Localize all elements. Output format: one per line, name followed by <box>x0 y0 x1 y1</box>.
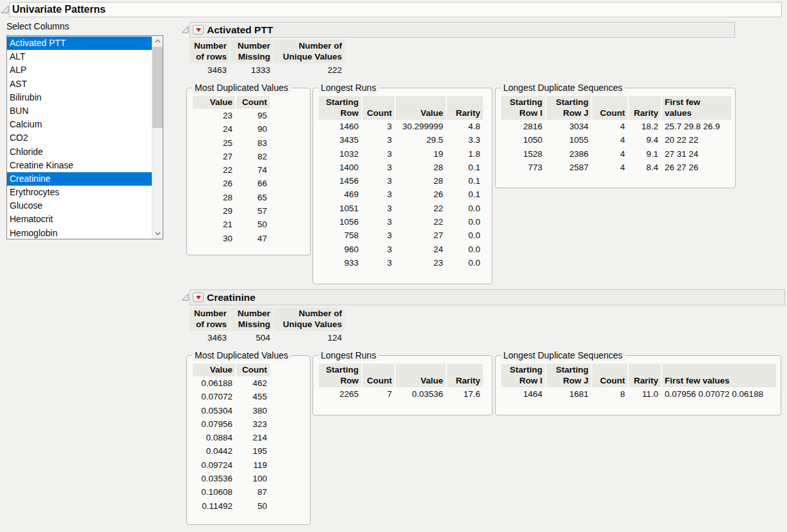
scroll-thumb[interactable] <box>152 47 163 128</box>
cell: 30 <box>193 232 235 245</box>
red-triangle-icon <box>196 296 201 300</box>
disclosure-triangle-icon[interactable] <box>181 293 189 301</box>
table-row: 2395 <box>193 109 270 122</box>
table-row: 0.07956323 <box>193 417 270 431</box>
list-item[interactable]: Activated PTT <box>7 36 152 50</box>
data-table: Starting Row IStarting Row JCountRarityF… <box>500 96 733 174</box>
group-box-label: Most Duplicated Values <box>192 350 291 360</box>
list-item[interactable]: Creatine Kinase <box>7 159 152 172</box>
table-row: 3435329.53.3 <box>319 133 483 147</box>
list-item[interactable]: Erythrocytes <box>7 186 152 199</box>
cell: 504 <box>231 331 273 344</box>
disclosure-triangle-icon[interactable] <box>181 26 189 33</box>
list-item[interactable]: BUN <box>7 104 152 118</box>
column-header: Value <box>396 364 446 387</box>
list-item[interactable]: Calcium <box>7 118 152 131</box>
cell: 27 <box>193 150 235 163</box>
cell: 1051 <box>319 202 361 215</box>
cell: 2386 <box>546 147 591 161</box>
cell: 95 <box>236 109 270 122</box>
cell: 0.0 <box>447 229 483 242</box>
list-item[interactable]: Bilirubin <box>7 91 152 104</box>
column-header: Number of Unique Values <box>274 307 345 331</box>
cell: 57 <box>236 204 270 218</box>
data-table: ValueCount0.061884620.070724550.05304380… <box>191 364 271 513</box>
column-header: Count <box>592 364 628 387</box>
list-item[interactable]: Chloride <box>7 145 152 159</box>
cell: 11.0 <box>629 387 661 401</box>
disclosure-triangle-icon[interactable] <box>1 5 9 13</box>
cell: 1528 <box>501 147 545 161</box>
data-table: Number of rowsNumber MissingNumber of Un… <box>188 40 346 77</box>
cell: 1.8 <box>447 147 483 161</box>
cell: 8.4 <box>629 161 661 174</box>
cell: 87 <box>236 485 270 499</box>
cell: 3 <box>362 202 394 215</box>
column-header: Starting Row I <box>501 364 545 387</box>
cell: 124 <box>274 331 345 344</box>
list-item[interactable]: AST <box>7 77 152 91</box>
cell: 90 <box>236 122 270 136</box>
header-row: Starting Row IStarting Row JCountRarityF… <box>501 364 776 387</box>
report-title-bar: Univariate Patterns <box>9 2 782 17</box>
cell: 0.07072 <box>193 390 235 403</box>
scroll-down-button[interactable] <box>152 229 163 239</box>
cell: 0.1 <box>447 174 483 188</box>
cell: 50 <box>236 499 270 513</box>
table-row: 0.06188462 <box>193 376 270 390</box>
cell: 0.07956 0.07072 0.06188 <box>662 387 776 401</box>
group-box-longest-duplicate-sequences: Longest Duplicate Sequences Starting Row… <box>495 355 781 415</box>
cell: 83 <box>236 136 270 150</box>
cell: 1456 <box>319 174 361 188</box>
cell: 3 <box>362 243 394 256</box>
table-row: 0.0884214 <box>193 431 270 444</box>
list-item[interactable]: Hemoglobin <box>7 227 152 239</box>
cell: 9.4 <box>629 133 661 147</box>
cell: 0.03536 <box>396 387 446 401</box>
header-row: ValueCount <box>193 96 270 109</box>
table-row: 2666 <box>193 177 270 190</box>
list-item[interactable]: CO2 <box>7 131 152 145</box>
scrollbar[interactable] <box>152 36 163 239</box>
column-header: Number of rows <box>190 307 229 331</box>
column-header: Rarity <box>447 364 483 387</box>
column-header: First few values <box>662 96 731 120</box>
scroll-up-button[interactable] <box>152 36 163 46</box>
list-item[interactable]: ALP <box>7 63 152 77</box>
table-row: 10323191.8 <box>319 147 483 161</box>
cell: 82 <box>236 150 270 163</box>
column-header: First few values <box>662 364 776 387</box>
table-row: 3463504124 <box>190 331 345 344</box>
list-item[interactable]: Hematocrit <box>7 213 152 226</box>
cell: 17.6 <box>447 387 483 401</box>
cell: 0.05304 <box>193 404 235 417</box>
table-row: 2150 <box>193 218 270 231</box>
section-activated-ptt: Activated PTT Number of rowsNumber Missi… <box>181 22 787 287</box>
cell: 3 <box>362 120 394 133</box>
cell: 1333 <box>231 63 273 77</box>
column-header: Number of rows <box>190 40 229 63</box>
cell: 27 <box>396 229 446 242</box>
table-row: 0.0442195 <box>193 444 270 458</box>
cell: 3 <box>362 229 394 242</box>
table-row: 10513220.0 <box>319 202 483 215</box>
cell: 1055 <box>546 133 591 147</box>
cell: 74 <box>236 163 270 177</box>
cell: 960 <box>319 243 361 256</box>
cell: 29 <box>193 204 235 218</box>
red-triangle-menu-button[interactable] <box>193 25 204 35</box>
table-row: 14641681811.00.07956 0.07072 0.06188 <box>501 387 776 401</box>
cell: 214 <box>236 431 270 444</box>
cell: 21 <box>193 218 235 231</box>
column-header: Count <box>236 364 270 376</box>
cell: 3 <box>362 161 394 174</box>
list-item[interactable]: Creatinine <box>7 172 152 186</box>
cell: 0.0 <box>447 243 483 256</box>
cell: 0.11492 <box>193 499 235 513</box>
table-row: 10563220.0 <box>319 215 483 229</box>
list-item[interactable]: Glucose <box>7 199 152 213</box>
red-triangle-menu-button[interactable] <box>193 293 204 302</box>
cell: 25 <box>193 136 235 150</box>
list-item[interactable]: ALT <box>7 50 152 63</box>
report-title: Univariate Patterns <box>12 4 106 15</box>
